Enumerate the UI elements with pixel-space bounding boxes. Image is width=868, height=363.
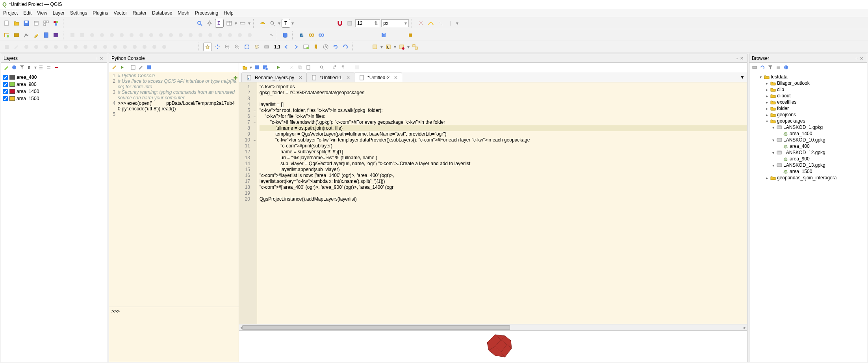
new-project-icon[interactable] — [2, 19, 11, 28]
run-icon[interactable] — [119, 64, 126, 71]
map-canvas[interactable] — [239, 330, 747, 362]
style-icon[interactable] — [3, 64, 10, 71]
browser-tree[interactable]: ▾ testdata▸ Bilagor_outlook▸ clip▸ clipo… — [749, 72, 867, 182]
zoom-out-icon[interactable] — [233, 43, 241, 51]
expand-icon[interactable]: ▾ — [771, 151, 775, 155]
database-icon[interactable] — [281, 31, 289, 39]
cut-icon[interactable] — [288, 64, 295, 71]
snap-value[interactable]: 12⇅ — [355, 19, 380, 27]
zoom-layer-icon[interactable] — [262, 43, 271, 51]
browser-tree-item[interactable]: ▾ LANSKOD_12.gpkg — [750, 149, 866, 156]
browser-tree-item[interactable]: ▸ Bilagor_outlook — [750, 80, 866, 86]
find-icon[interactable] — [318, 64, 325, 71]
zoom-native-icon[interactable]: 1:1 — [272, 43, 281, 51]
deselect-icon[interactable] — [397, 43, 406, 51]
expand-icon[interactable]: ▸ — [764, 100, 769, 104]
browser-tree-item[interactable]: ▾ LANSKOD_10.gpkg — [750, 137, 866, 143]
search-icon[interactable] — [268, 19, 277, 28]
show-editor-icon[interactable] — [130, 64, 137, 71]
expand-icon[interactable]: ▸ — [764, 113, 769, 117]
help-icon[interactable]: ? — [379, 31, 388, 39]
expand-icon[interactable]: ▸ — [764, 106, 769, 111]
editor-horizontal-scrollbar[interactable]: ◂ ▸ — [239, 324, 747, 330]
zoom-full-icon[interactable] — [243, 43, 251, 51]
collapse-all-icon[interactable] — [45, 64, 52, 71]
browser-tree-item[interactable]: area_1500 — [750, 168, 866, 175]
browser-tree-item[interactable]: ▸ folder — [750, 105, 866, 112]
tab-untitled-1[interactable]: *Untitled-1 ✕ — [306, 73, 354, 82]
python-icon[interactable] — [297, 31, 306, 39]
layer-visibility-checkbox[interactable] — [3, 75, 8, 80]
browser-tree-item[interactable]: ▸ clip — [750, 86, 866, 93]
layer-row[interactable]: area_400 — [3, 74, 105, 81]
layer-row[interactable]: area_1500 — [3, 95, 105, 102]
refresh-browser-icon[interactable] — [759, 64, 766, 71]
new-map-view-icon[interactable] — [302, 43, 310, 51]
menu-database[interactable]: Database — [152, 10, 172, 16]
tab-menu-icon[interactable]: ▼ — [740, 74, 745, 80]
edit-pencil-icon[interactable] — [32, 31, 41, 39]
browser-tree-item[interactable]: area_900 — [750, 156, 866, 162]
refresh-icon[interactable] — [331, 43, 340, 51]
undock-icon[interactable]: ▫ — [735, 56, 739, 61]
menu-raster[interactable]: Raster — [133, 10, 147, 16]
sigma-icon[interactable]: Σ — [215, 19, 224, 28]
undock-icon[interactable]: ▫ — [95, 56, 98, 61]
select-features-icon[interactable] — [371, 43, 379, 51]
console-output[interactable]: 1# Python Console2# Use iface to access … — [109, 72, 239, 307]
browser-tree-item[interactable]: ▾ LANSKOD_13.gpkg — [750, 162, 866, 168]
snap-unit[interactable]: px▾ — [381, 19, 409, 27]
menu-project[interactable]: Project — [3, 10, 18, 16]
browser-tree-item[interactable]: area_1400 — [750, 130, 866, 137]
zoom-last-icon[interactable] — [282, 43, 291, 51]
menu-processing[interactable]: Processing — [195, 10, 218, 16]
zoom-next-icon[interactable] — [292, 43, 300, 51]
expression-filter-icon[interactable]: ε — [26, 64, 33, 71]
browser-tree-item[interactable]: ▸ geopandas_sjoin_interagera — [750, 175, 866, 181]
menu-plugins[interactable]: Plugins — [93, 10, 108, 16]
add-raster-icon[interactable] — [22, 31, 31, 39]
temporal-icon[interactable] — [321, 43, 330, 51]
menu-layer[interactable]: Layer — [53, 10, 65, 16]
object-inspector-icon[interactable] — [353, 64, 360, 71]
open-project-icon[interactable] — [12, 19, 21, 28]
browser-tree-item[interactable]: area_400 — [750, 143, 866, 149]
tab-rename-layers[interactable]: Rename_layers.py ✕ — [241, 73, 307, 82]
browser-tree-item[interactable]: ▾ geopackages — [750, 118, 866, 124]
bookmark-icon[interactable] — [312, 43, 320, 51]
glasses-icon[interactable] — [317, 31, 326, 39]
print-layout-icon[interactable] — [32, 19, 41, 28]
filter-browser-icon[interactable] — [767, 64, 774, 71]
layer-row[interactable]: area_900 — [3, 81, 105, 88]
undock-icon[interactable]: ▫ — [855, 56, 859, 61]
layer-row[interactable]: area_1400 — [3, 88, 105, 95]
browser-tree-item[interactable]: ▸ geojsons — [750, 112, 866, 118]
zoom-selection-icon[interactable] — [252, 43, 261, 51]
run-script-icon[interactable] — [275, 64, 282, 71]
text-annotation-icon[interactable]: T — [282, 19, 290, 28]
expand-icon[interactable]: ▸ — [764, 81, 769, 86]
settings-gear-icon[interactable] — [205, 19, 214, 28]
uncomment-icon[interactable]: # — [340, 64, 347, 71]
expand-icon[interactable]: ▾ — [771, 163, 775, 168]
view-icon[interactable] — [307, 31, 316, 39]
snapping-magnet-icon[interactable] — [336, 19, 344, 28]
layout-manager-icon[interactable] — [42, 19, 50, 28]
tab-untitled-2[interactable]: *Untitled-2 ✕ — [354, 73, 402, 82]
filter-icon[interactable] — [19, 64, 26, 71]
close-tab-icon[interactable]: ✕ — [296, 75, 302, 80]
properties-icon[interactable]: i — [783, 64, 790, 71]
browser-tree-item[interactable]: ▾ testdata — [750, 74, 866, 80]
reload-icon[interactable] — [341, 43, 350, 51]
close-icon[interactable]: ✕ — [859, 56, 864, 61]
expand-all-icon[interactable] — [37, 64, 45, 71]
add-vector-icon[interactable] — [2, 31, 11, 39]
collapse-browser-icon[interactable] — [775, 64, 782, 71]
save-project-icon[interactable] — [22, 19, 31, 28]
menu-help[interactable]: Help — [224, 10, 234, 16]
new-tab-icon[interactable]: ✚ — [232, 74, 239, 82]
merge-icon[interactable] — [446, 19, 455, 28]
menu-mesh[interactable]: Mesh — [178, 10, 189, 16]
help-icon[interactable] — [145, 64, 152, 71]
trace-icon[interactable] — [427, 19, 435, 28]
